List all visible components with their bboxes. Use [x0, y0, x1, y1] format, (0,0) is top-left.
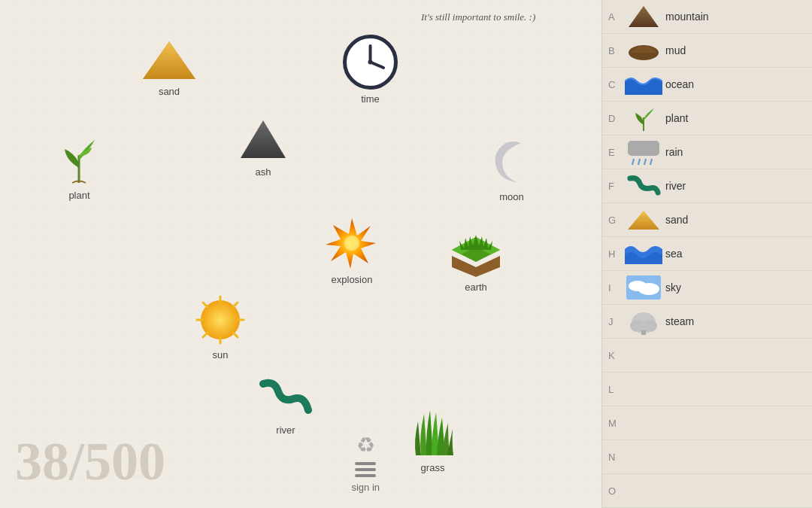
svg-point-32: [638, 283, 659, 295]
sidebar-item-ocean[interactable]: C ocean: [602, 68, 812, 102]
sidebar-item-m[interactable]: M: [602, 406, 812, 440]
ocean-icon: [625, 71, 662, 98]
svg-marker-6: [241, 120, 286, 158]
grass-icon: [404, 406, 461, 459]
mountain-icon: [625, 3, 662, 30]
main-play-area: It's still important to smile. :) sand: [0, 0, 601, 508]
sand-label: sand: [159, 86, 180, 97]
score-display: 38/500: [15, 430, 165, 493]
item-sun[interactable]: sun: [194, 294, 247, 360]
svg-rect-24: [628, 141, 659, 156]
time-label: time: [361, 93, 380, 105]
mountain-label: mountain: [665, 11, 709, 23]
item-explosion[interactable]: explosion: [322, 214, 382, 285]
sand-icon: [139, 38, 199, 83]
sidebar: A mountain B mud C: [601, 0, 812, 508]
svg-line-26: [638, 159, 640, 165]
explosion-label: explosion: [332, 274, 373, 285]
river-icon: [256, 376, 316, 421]
sun-label: sun: [213, 349, 229, 360]
plant-sidebar-label: plant: [665, 112, 688, 124]
steam-icon: [625, 308, 662, 335]
mud-icon: [625, 37, 662, 64]
sidebar-item-n[interactable]: N: [602, 440, 812, 474]
svg-line-25: [632, 159, 634, 165]
moon-label: moon: [499, 191, 524, 202]
svg-point-35: [642, 320, 657, 332]
svg-marker-22: [629, 6, 659, 27]
svg-line-28: [650, 159, 652, 165]
rain-icon: [625, 138, 662, 166]
sidebar-item-plant[interactable]: D plant: [602, 102, 812, 135]
plant-icon: [51, 134, 108, 187]
ash-icon: [237, 114, 289, 163]
ocean-label: ocean: [665, 78, 694, 90]
sky-icon: [625, 274, 662, 301]
svg-line-27: [644, 159, 646, 165]
sun-icon: [194, 294, 247, 346]
rain-label: rain: [665, 146, 683, 158]
svg-rect-36: [641, 330, 646, 335]
sea-icon: [625, 240, 662, 267]
bottom-controls: ♻ sign in: [351, 433, 380, 493]
recycle-icon[interactable]: ♻: [356, 433, 375, 458]
river-sidebar-label: river: [665, 180, 686, 192]
sidebar-item-l[interactable]: L: [602, 373, 812, 406]
item-plant[interactable]: plant: [51, 134, 108, 201]
svg-marker-12: [459, 235, 492, 250]
sidebar-item-mud[interactable]: B mud: [602, 34, 812, 68]
svg-marker-29: [628, 211, 659, 230]
mud-label: mud: [665, 44, 686, 56]
item-ash[interactable]: ash: [237, 114, 289, 178]
explosion-icon: [322, 214, 382, 271]
river-label: river: [276, 424, 295, 436]
time-icon: [342, 34, 398, 90]
menu-icon[interactable]: [355, 462, 376, 477]
sand-sidebar-icon: [625, 206, 662, 233]
item-river[interactable]: river: [256, 376, 316, 436]
sidebar-item-sea[interactable]: H sea: [602, 237, 812, 271]
grass-label: grass: [421, 462, 445, 473]
svg-point-5: [368, 60, 373, 65]
svg-line-21: [203, 333, 208, 337]
moon-icon: [487, 135, 536, 188]
river-sidebar-icon: [625, 172, 662, 199]
sidebar-item-mountain[interactable]: A mountain: [602, 0, 812, 34]
svg-marker-1: [143, 41, 195, 79]
sign-in-label: sign in: [351, 482, 380, 493]
sky-label: sky: [665, 281, 681, 294]
sidebar-item-k[interactable]: K: [602, 339, 812, 373]
svg-line-20: [233, 303, 238, 307]
top-message: It's still important to smile. :): [421, 11, 535, 23]
earth-icon: [446, 226, 506, 278]
svg-line-19: [233, 333, 238, 337]
item-moon[interactable]: moon: [487, 135, 536, 202]
plant-sidebar-icon: [625, 105, 662, 132]
sidebar-item-river[interactable]: F river: [602, 169, 812, 203]
sidebar-item-sky[interactable]: I sky: [602, 271, 812, 305]
ash-label: ash: [256, 166, 271, 178]
svg-point-8: [344, 236, 359, 251]
sea-label: sea: [665, 248, 683, 260]
sidebar-item-o[interactable]: O: [602, 474, 812, 508]
item-sand[interactable]: sand: [139, 38, 199, 97]
svg-line-18: [203, 303, 208, 307]
item-earth[interactable]: earth: [446, 226, 506, 293]
item-grass[interactable]: grass: [404, 406, 461, 473]
sidebar-item-sand[interactable]: G sand: [602, 203, 812, 237]
steam-label: steam: [665, 315, 694, 327]
sand-sidebar-label: sand: [665, 214, 688, 226]
sidebar-item-rain[interactable]: E rain: [602, 135, 812, 169]
earth-label: earth: [465, 281, 487, 293]
sidebar-item-steam[interactable]: J steam: [602, 305, 812, 339]
item-time[interactable]: time: [342, 34, 398, 105]
plant-label: plant: [68, 190, 89, 201]
